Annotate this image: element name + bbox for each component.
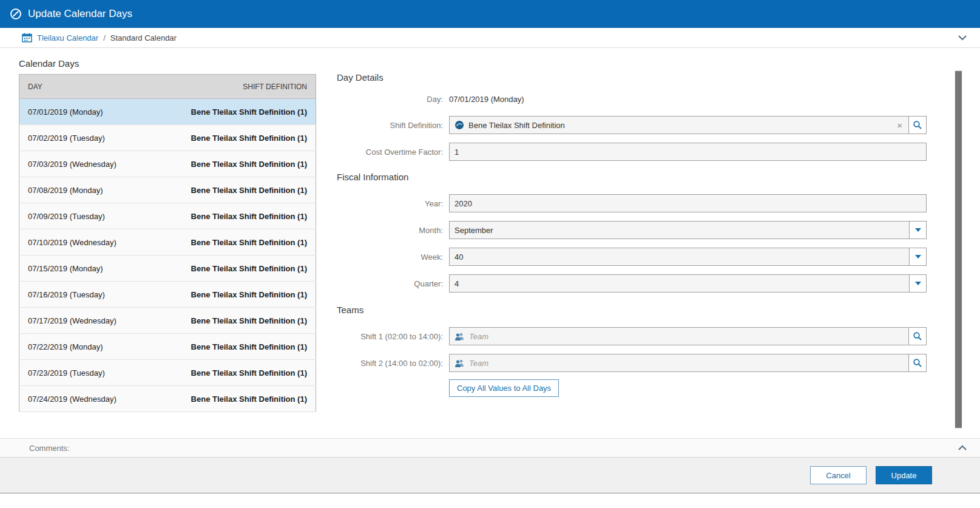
team-icon bbox=[455, 333, 465, 340]
caret-down-icon bbox=[915, 255, 921, 259]
quarter-dropdown-button[interactable] bbox=[909, 275, 926, 292]
table-row[interactable]: 07/09/2019 (Tuesday)Bene Tleilax Shift D… bbox=[19, 203, 316, 229]
copy-all-values-button[interactable]: Copy All Values to All Days bbox=[449, 379, 559, 397]
day-cell: 07/22/2019 (Monday) bbox=[19, 334, 150, 360]
table-row[interactable]: 07/15/2019 (Monday)Bene Tleilax Shift De… bbox=[19, 256, 316, 282]
table-header-row: DAY SHIFT DEFINITION bbox=[19, 75, 316, 99]
shift-definition-cell: Bene Tleilax Shift Definition (1) bbox=[150, 334, 316, 360]
caret-down-icon bbox=[915, 282, 921, 285]
cancel-button[interactable]: Cancel bbox=[810, 466, 867, 484]
update-button[interactable]: Update bbox=[876, 466, 932, 484]
shift2-label: Shift 2 (14:00 to 02:00): bbox=[337, 359, 443, 368]
shift-definition-row: Shift Definition: Bene Tleilax Shift Def… bbox=[337, 116, 927, 134]
day-value: 07/01/2019 (Monday) bbox=[449, 95, 524, 104]
fiscal-year-row: Year: bbox=[337, 194, 927, 212]
month-select[interactable]: September bbox=[449, 221, 927, 239]
update-calendar-days-window: Update Calendar Days Tleilaxu Calendar /… bbox=[0, 0, 980, 508]
week-dropdown-button[interactable] bbox=[909, 248, 926, 265]
cost-overtime-input[interactable] bbox=[455, 143, 921, 160]
shift1-team-placeholder: Team bbox=[469, 332, 904, 341]
column-header-shift-definition: SHIFT DEFINITION bbox=[150, 75, 316, 99]
cost-overtime-field-wrap bbox=[449, 143, 927, 161]
day-details-panel: Day Details Day: 07/01/2019 (Monday) Shi… bbox=[337, 72, 927, 397]
week-value: 40 bbox=[455, 252, 908, 262]
fiscal-quarter-row: Quarter: 4 bbox=[337, 274, 927, 293]
chevron-down-icon bbox=[958, 35, 967, 41]
calendar-icon bbox=[22, 33, 32, 42]
calendar-days-table: DAY SHIFT DEFINITION 07/01/2019 (Monday)… bbox=[19, 74, 316, 412]
collapse-header-button[interactable] bbox=[955, 30, 970, 46]
shift-definition-cell: Bene Tleilax Shift Definition (1) bbox=[150, 229, 316, 256]
cost-overtime-row: Cost Overtime Factor: bbox=[337, 143, 927, 161]
shift-definition-icon bbox=[455, 120, 464, 130]
table-row[interactable]: 07/24/2019 (Wednesday)Bene Tleilax Shift… bbox=[19, 386, 316, 412]
shift-definition-search-button[interactable] bbox=[908, 116, 927, 134]
shift-definition-value: Bene Tleilax Shift Definition bbox=[468, 121, 896, 130]
table-row[interactable]: 07/17/2019 (Wednesday)Bene Tleilax Shift… bbox=[19, 308, 316, 334]
table-row[interactable]: 07/02/2019 (Tuesday)Bene Tleilax Shift D… bbox=[19, 125, 316, 151]
chevron-up-icon bbox=[958, 445, 967, 451]
teams-heading: Teams bbox=[337, 305, 927, 315]
cost-overtime-label: Cost Overtime Factor: bbox=[337, 147, 443, 157]
table-row[interactable]: 07/23/2019 (Tuesday)Bene Tleilax Shift D… bbox=[19, 360, 316, 386]
column-header-day: DAY bbox=[19, 75, 150, 99]
expand-comments-button[interactable] bbox=[955, 440, 970, 456]
shift-definition-cell: Bene Tleilax Shift Definition (1) bbox=[150, 125, 316, 151]
shift2-team-placeholder: Team bbox=[469, 359, 904, 368]
search-icon bbox=[913, 358, 922, 368]
day-cell: 07/17/2019 (Wednesday) bbox=[19, 308, 150, 334]
shift-definition-cell: Bene Tleilax Shift Definition (1) bbox=[150, 360, 316, 386]
shift2-team-search-button[interactable] bbox=[908, 354, 927, 372]
month-label: Month: bbox=[337, 226, 443, 235]
team-icon bbox=[455, 359, 465, 367]
calendar-days-title: Calendar Days bbox=[19, 58, 316, 69]
vertical-scrollbar[interactable] bbox=[955, 70, 962, 429]
clear-icon[interactable]: × bbox=[896, 121, 904, 130]
day-cell: 07/01/2019 (Monday) bbox=[19, 99, 150, 125]
breadcrumb-current: Standard Calendar bbox=[110, 33, 177, 42]
scrollbar-thumb[interactable] bbox=[955, 71, 962, 428]
quarter-value: 4 bbox=[455, 279, 908, 288]
day-details-heading: Day Details bbox=[337, 72, 927, 83]
fiscal-month-row: Month: September bbox=[337, 221, 927, 239]
breadcrumb-separator: / bbox=[103, 33, 106, 42]
day-cell: 07/09/2019 (Tuesday) bbox=[19, 203, 150, 229]
table-row[interactable]: 07/10/2019 (Wednesday)Bene Tleilax Shift… bbox=[19, 229, 316, 256]
day-cell: 07/10/2019 (Wednesday) bbox=[19, 229, 150, 256]
table-row[interactable]: 07/08/2019 (Monday)Bene Tleilax Shift De… bbox=[19, 177, 316, 203]
calendar-days-body: 07/01/2019 (Monday)Bene Tleilax Shift De… bbox=[19, 99, 316, 412]
table-row[interactable]: 07/22/2019 (Monday)Bene Tleilax Shift De… bbox=[19, 334, 316, 360]
quarter-select[interactable]: 4 bbox=[449, 274, 927, 293]
day-cell: 07/15/2019 (Monday) bbox=[19, 256, 150, 282]
comments-label: Comments: bbox=[29, 444, 69, 453]
week-select[interactable]: 40 bbox=[449, 248, 927, 266]
shift1-team-search-button[interactable] bbox=[908, 327, 927, 345]
table-row[interactable]: 07/16/2019 (Tuesday)Bene Tleilax Shift D… bbox=[19, 282, 316, 308]
shift-definition-field[interactable]: Bene Tleilax Shift Definition × bbox=[449, 116, 909, 134]
shift2-team-field[interactable]: Team bbox=[449, 354, 909, 372]
year-input[interactable] bbox=[455, 195, 921, 212]
shift-definition-cell: Bene Tleilax Shift Definition (1) bbox=[150, 386, 316, 412]
year-label: Year: bbox=[337, 199, 443, 208]
week-label: Week: bbox=[337, 252, 443, 262]
table-row[interactable]: 07/01/2019 (Monday)Bene Tleilax Shift De… bbox=[19, 99, 316, 125]
day-cell: 07/24/2019 (Wednesday) bbox=[19, 386, 150, 412]
title-bar: Update Calendar Days bbox=[0, 0, 980, 28]
table-row[interactable]: 07/03/2019 (Wednesday)Bene Tleilax Shift… bbox=[19, 151, 316, 177]
shift-definition-cell: Bene Tleilax Shift Definition (1) bbox=[150, 256, 316, 282]
main-content: Calendar Days DAY SHIFT DEFINITION 07/01… bbox=[0, 48, 980, 438]
shift-definition-cell: Bene Tleilax Shift Definition (1) bbox=[150, 177, 316, 203]
shift-definition-label: Shift Definition: bbox=[337, 121, 443, 130]
footer-bar: Cancel Update bbox=[0, 457, 980, 493]
shift-definition-cell: Bene Tleilax Shift Definition (1) bbox=[150, 282, 316, 308]
breadcrumb-link-calendar[interactable]: Tleilaxu Calendar bbox=[37, 33, 98, 42]
shift-definition-cell: Bene Tleilax Shift Definition (1) bbox=[150, 151, 316, 177]
day-label: Day: bbox=[337, 95, 443, 104]
shift1-team-field[interactable]: Team bbox=[449, 327, 909, 345]
shift-definition-cell: Bene Tleilax Shift Definition (1) bbox=[150, 203, 316, 229]
window-title: Update Calendar Days bbox=[28, 8, 132, 20]
calendar-days-panel: Calendar Days DAY SHIFT DEFINITION 07/01… bbox=[19, 58, 316, 412]
month-dropdown-button[interactable] bbox=[909, 222, 926, 239]
copy-values-row: Copy All Values to All Days bbox=[337, 379, 927, 397]
update-calendar-icon bbox=[10, 8, 22, 20]
